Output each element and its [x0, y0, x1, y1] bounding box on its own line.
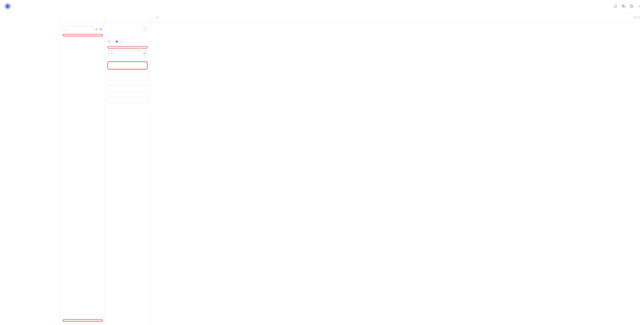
save-button[interactable]: [633, 16, 640, 19]
filter-drop[interactable]: [108, 85, 147, 92]
chart-plot: [154, 28, 640, 319]
user-menu[interactable]: ▾: [638, 5, 640, 8]
drill-drop[interactable]: [108, 97, 147, 104]
dimension-fields: [63, 35, 102, 36]
gear-icon[interactable]: ⚙: [95, 28, 98, 31]
svg-marker-1: [6, 4, 9, 8]
sidebar-tree: [0, 13, 60, 325]
brand-logo[interactable]: [4, 3, 12, 10]
logo-icon: [4, 3, 11, 10]
chart-canvas-area: ⓘ: [150, 13, 644, 325]
result-count-input[interactable]: [120, 39, 134, 44]
chevron-down-icon[interactable]: ▾: [144, 52, 145, 55]
chevron-down-icon: ▾: [638, 5, 640, 8]
locale-icon[interactable]: [622, 4, 626, 8]
chart-legend: [154, 319, 640, 323]
field-search-input[interactable]: ⌕: [63, 26, 93, 33]
refresh-icon[interactable]: ↻: [100, 28, 102, 31]
topbar-right: ▾: [613, 4, 640, 8]
metric-fields-extra: [63, 322, 102, 323]
bell-icon[interactable]: [613, 4, 617, 8]
chart-renderer-select[interactable]: ▾: [142, 26, 147, 32]
x-axis-label: [108, 47, 147, 48]
search-icon: ⌕: [65, 28, 67, 31]
x-axis-drop[interactable]: ≡ ▾: [108, 50, 147, 57]
tab-data[interactable]: [60, 13, 105, 24]
sort-icon: ≡: [111, 52, 112, 55]
field-panel: ⌕ ⚙ ↻: [60, 13, 105, 325]
tab-style[interactable]: [105, 13, 150, 24]
x-axis-pill[interactable]: ≡ ▾: [108, 51, 146, 56]
help-icon[interactable]: [630, 4, 634, 8]
config-panel: ▾ ≡ ▾: [105, 13, 150, 325]
chart-title: [154, 25, 640, 28]
radio-all[interactable]: [108, 40, 111, 43]
chevron-down-icon: ▾: [144, 28, 146, 30]
y-axis-drop[interactable]: [108, 62, 147, 69]
stack-drop[interactable]: [108, 74, 147, 81]
info-icon[interactable]: ⓘ: [156, 15, 159, 19]
svg-point-5: [632, 7, 632, 7]
metric-fields-highlighted: [63, 320, 102, 321]
topbar: ▾: [0, 0, 644, 13]
radio-count[interactable]: [115, 40, 118, 43]
